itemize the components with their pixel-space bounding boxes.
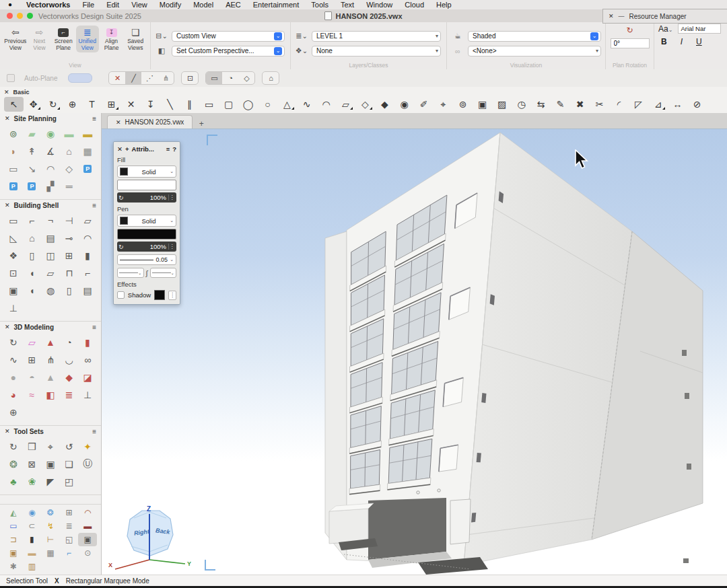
axis-3d-icon[interactable]: ⋔ — [41, 351, 60, 369]
hemisphere-icon[interactable]: ◓ — [23, 369, 42, 386]
landscape-3d-icon[interactable]: ❀ — [23, 473, 42, 490]
round-wall-icon[interactable]: ◠ — [78, 229, 97, 247]
cushion-slab-icon[interactable]: ◖ — [23, 264, 42, 282]
trim-tool[interactable]: ✖ — [570, 97, 590, 112]
zoom-tool[interactable]: ⊕ — [63, 97, 82, 112]
railing-icon[interactable]: ⊓ — [60, 264, 79, 282]
update-model-icon[interactable]: ⌂ — [263, 72, 279, 84]
eyedropper-tool[interactable]: ✐ — [414, 97, 434, 112]
polygon-tool[interactable]: ▱ — [336, 97, 355, 112]
select-similar-tool[interactable]: ⊚ — [453, 97, 473, 112]
guardrail-icon[interactable]: ═ — [60, 178, 79, 195]
render-mode-dropdown[interactable]: Shaded⌄ — [468, 31, 601, 42]
flyover-ts-icon[interactable]: ↻ — [4, 438, 23, 455]
building-model[interactable] — [102, 129, 727, 577]
font-name-field[interactable]: Arial Nar — [678, 24, 721, 34]
plank-icon[interactable]: ▬ — [23, 546, 42, 560]
building-massing-icon[interactable]: ⌂ — [60, 143, 79, 160]
massing-road-icon[interactable]: ▞ — [41, 178, 60, 195]
parking-lot-icon[interactable]: P — [23, 178, 42, 195]
site-model-icon[interactable]: ◗ — [4, 143, 23, 160]
double-door-icon[interactable]: ⊞ — [60, 247, 79, 264]
duplicate-array-tool[interactable]: ▣ — [473, 97, 492, 112]
rotate-tool[interactable]: ◷ — [512, 97, 531, 112]
collapse-icon[interactable]: — — [619, 13, 625, 20]
add-tab-button[interactable]: + — [193, 119, 210, 128]
massing-model-icon[interactable]: ▬ — [78, 125, 97, 143]
loft-surface-icon[interactable]: ∞ — [78, 351, 97, 369]
plan-rotation-field[interactable] — [611, 38, 650, 48]
hand-truck-icon[interactable]: ⊐ — [4, 533, 23, 546]
window-tool-icon[interactable]: ▯ — [23, 247, 42, 264]
spotlight-icon[interactable]: ◤ — [41, 473, 60, 490]
polygon-marquee-icon[interactable]: ◇ — [238, 72, 254, 84]
circle-tool[interactable]: ◯ — [238, 97, 258, 112]
water-feature-icon[interactable]: ◉ — [23, 506, 42, 519]
power-connect-icon[interactable]: ↯ — [41, 519, 60, 533]
close-icon[interactable]: ✕ — [5, 202, 10, 209]
z-window-icon[interactable]: ◱ — [60, 533, 79, 546]
line-tool[interactable]: ╲ — [160, 97, 180, 112]
roof-tool-icon[interactable]: ⌂ — [23, 229, 42, 247]
add-icon[interactable]: + — [125, 145, 129, 153]
sweep-icon[interactable]: ◔ — [60, 334, 79, 351]
fill-style-dropdown[interactable]: Solid ⌄ — [117, 166, 176, 178]
landscape-wall-icon[interactable]: ◠ — [41, 160, 60, 178]
menu-model[interactable]: Model — [187, 1, 219, 9]
polyline-tool[interactable]: ◇ — [355, 97, 375, 112]
rounded-rectangle-tool[interactable]: ▢ — [219, 97, 238, 112]
menu-help[interactable]: Help — [430, 1, 458, 9]
align-plane-button[interactable]: ↧ Align Plane — [100, 26, 123, 52]
underline-button[interactable]: U — [696, 37, 702, 46]
menu-window[interactable]: Window — [360, 1, 399, 9]
parking-along-path-icon[interactable]: P — [4, 178, 23, 195]
fill-opacity-slider[interactable]: ↻ 100% ⋮ — [117, 192, 176, 203]
apple-icon[interactable]: ● — [8, 1, 15, 8]
projection-screen-icon[interactable]: ▭ — [4, 519, 23, 533]
freehand-tool[interactable]: ∿ — [297, 97, 316, 112]
menu-file[interactable]: File — [76, 1, 100, 9]
parking-spaces-icon[interactable]: P — [78, 160, 97, 178]
chevron-down-icon[interactable]: ▾ — [434, 33, 438, 39]
survey-input-icon[interactable]: ∡ — [41, 143, 60, 160]
close-icon[interactable]: ✕ — [5, 115, 10, 122]
render-teapot-icon[interactable]: ☕ — [451, 32, 464, 40]
landscape-area-icon[interactable]: ▰ — [23, 125, 42, 143]
chamfer-tool[interactable]: ◸ — [629, 97, 648, 112]
wall-join-icon[interactable]: ⌐ — [23, 212, 42, 229]
close-icon[interactable]: ✕ — [609, 13, 614, 20]
component-blocks-icon[interactable]: ❒ — [23, 438, 42, 455]
chevron-down-icon[interactable]: ⌄ — [590, 32, 598, 40]
working-plane-icon[interactable]: ▱ — [23, 334, 42, 351]
attribute-brush-tool[interactable]: ✎ — [551, 97, 570, 112]
more-icon[interactable]: ⋮ — [168, 244, 175, 250]
plan-rotation-icon[interactable]: ↻ — [610, 26, 650, 36]
previous-view-button[interactable]: ⇦ Previous View — [4, 26, 27, 52]
extrude-face-icon[interactable]: ▲ — [41, 334, 60, 351]
shadow-checkbox[interactable] — [117, 291, 125, 299]
analysis-icon[interactable]: ⊕ — [4, 404, 23, 421]
close-icon[interactable]: ✕ — [5, 428, 10, 435]
stage-deck-icon[interactable]: ▦ — [41, 546, 60, 560]
deform-icon[interactable]: ∿ — [4, 351, 23, 369]
oval-tool[interactable]: ○ — [258, 97, 277, 112]
drill-tap-icon[interactable]: ⊥ — [78, 386, 97, 404]
palette-menu-icon[interactable]: ≡ — [92, 202, 96, 209]
corner-window-icon[interactable]: ⌐ — [78, 264, 97, 282]
offset-tool[interactable]: ⊿ — [648, 97, 668, 112]
menu-view[interactable]: View — [125, 1, 153, 9]
extrude-solid-icon[interactable]: ◆ — [60, 369, 79, 386]
document-tab[interactable]: ✕ HANSON 2025.vwx — [107, 115, 193, 128]
split-tool[interactable]: ✂ — [590, 97, 609, 112]
double-line-tool[interactable]: ∥ — [180, 97, 199, 112]
chamfer-solid-icon[interactable]: ◪ — [78, 369, 97, 386]
no-plane-mode-icon[interactable]: ✕ — [109, 72, 125, 84]
line-marker-start-dropdown[interactable]: ⌄ — [117, 268, 144, 278]
column-icon[interactable]: ▣ — [4, 282, 23, 299]
pen-style-dropdown[interactable]: Solid ⌄ — [117, 215, 176, 227]
curtain-wall-icon[interactable]: ▤ — [41, 229, 60, 247]
selection-tool[interactable]: ↖ — [4, 97, 24, 112]
pilaster-icon[interactable]: ▮ — [78, 247, 97, 264]
chevron-down-icon[interactable]: ▾ — [594, 48, 598, 54]
globe-object-icon[interactable]: ❂ — [41, 506, 60, 519]
